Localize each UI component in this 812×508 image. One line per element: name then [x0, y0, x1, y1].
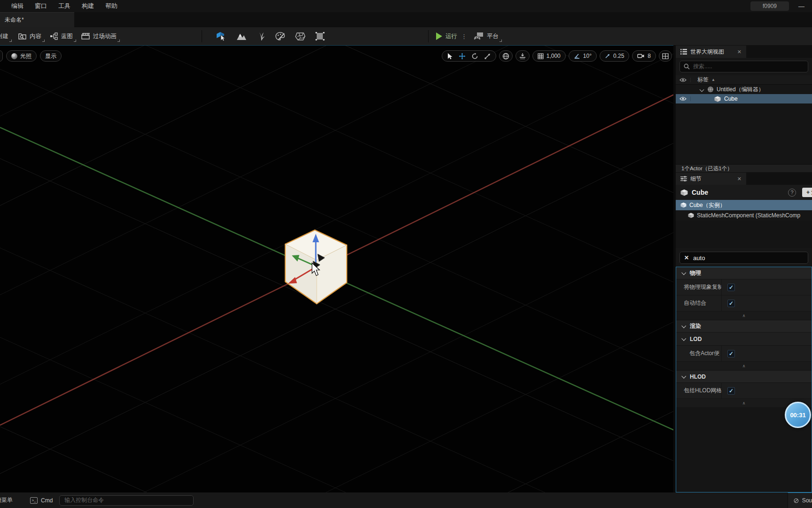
level-viewport[interactable]: 光照 显示 — [0, 45, 676, 492]
viewport-options-pill[interactable] — [0, 50, 3, 62]
brush-edit-mode-icon[interactable] — [315, 32, 325, 41]
chevron-down-icon — [681, 324, 686, 328]
camera-icon — [637, 53, 645, 59]
fracture-mode-icon[interactable] — [295, 32, 305, 41]
tab-details[interactable]: 细节 ✕ — [676, 173, 746, 185]
details-cube-icon — [680, 189, 688, 196]
recording-timer-text: 00:31 — [790, 412, 805, 419]
minimize-button[interactable]: — — [796, 3, 807, 10]
outliner-status-bar: 1个Actor（已选1个） — [676, 164, 812, 172]
collapse-arrow-icon: ∧ — [742, 401, 746, 405]
camera-speed-pill[interactable]: 8 — [632, 50, 656, 62]
outliner-search-input[interactable]: 搜索..... — [679, 61, 808, 72]
blueprints-button[interactable]: 蓝图 — [46, 27, 77, 45]
console-input[interactable]: 输入控制台命令 — [59, 495, 194, 506]
physics-collapse-strip[interactable]: ∧ — [676, 311, 812, 320]
scale-snap-value: 0.25 — [613, 53, 624, 59]
blueprint-label: 蓝图 — [61, 32, 73, 40]
play-icon[interactable] — [436, 32, 442, 40]
source-control-label: Sou — [802, 497, 812, 504]
drawer-label: 滑菜单 — [0, 496, 13, 504]
cinematics-label: 过场动画 — [93, 32, 117, 40]
outliner-row-world[interactable]: Untitled（编辑器） — [676, 85, 812, 94]
scale-tool-icon[interactable] — [484, 53, 491, 60]
menu-edit[interactable]: 编辑 — [6, 0, 29, 12]
camera-speed-value: 8 — [648, 53, 651, 59]
cube-visibility-eye-icon[interactable] — [676, 96, 691, 101]
asset-tab-bar: 未命名* — [0, 12, 812, 27]
tab-untitled-level[interactable]: 未命名* — [0, 12, 74, 27]
move-tool-icon[interactable] — [459, 53, 466, 60]
menu-tools[interactable]: 工具 — [53, 0, 76, 12]
show-button[interactable]: 显示 — [40, 50, 62, 62]
cinematics-button[interactable]: 过场动画 — [77, 27, 121, 45]
lit-mode-button[interactable]: 光照 — [6, 50, 37, 62]
content-drawer-toggle[interactable]: 滑菜单 — [0, 496, 20, 504]
select-tool-icon[interactable] — [447, 53, 453, 60]
platforms-button[interactable]: 平台 — [487, 27, 503, 45]
outliner-empty-area[interactable] — [676, 103, 812, 164]
grid-snap-icon — [538, 53, 544, 59]
details-sliders-icon — [680, 176, 687, 182]
replicate-physics-checkbox[interactable]: ✓ — [727, 284, 735, 291]
foliage-mode-icon[interactable] — [257, 32, 266, 41]
expand-chevron-icon[interactable] — [700, 87, 704, 92]
lit-sphere-icon — [11, 53, 17, 59]
scale-snap-icon — [605, 53, 610, 59]
play-label[interactable]: 运行 — [445, 32, 457, 40]
source-control-button[interactable]: Sou — [788, 492, 812, 508]
details-row-staticmesh-component[interactable]: StaticMeshComponent (StaticMeshComp — [676, 210, 812, 221]
add-component-button[interactable]: + 添加 — [802, 188, 812, 197]
section-rendering[interactable]: 渲染 — [676, 320, 812, 333]
rotate-tool-icon[interactable] — [471, 53, 478, 60]
lod-section-label: LOD — [690, 336, 702, 342]
section-hlod[interactable]: HLOD — [676, 371, 812, 383]
physics-section-label: 物理 — [690, 269, 701, 277]
create-button[interactable]: 创建 — [0, 27, 13, 45]
clear-search-icon[interactable]: ✕ — [684, 254, 689, 261]
section-lod[interactable]: LOD — [676, 333, 812, 346]
no-source-control-icon — [794, 497, 799, 504]
details-search-input[interactable]: ✕ auto — [679, 252, 808, 264]
surface-snap-toggle[interactable] — [515, 50, 530, 62]
details-row-cube-instance[interactable]: Cube（实例） — [676, 200, 812, 210]
mesh-paint-mode-icon[interactable] — [275, 32, 286, 41]
lod-collapse-strip[interactable]: ∧ — [676, 362, 812, 371]
play-options-kebab[interactable]: ⋮ — [461, 33, 467, 40]
property-row-include-hlod-mesh: 包括HLOD网格 ✓ — [676, 383, 812, 399]
menu-window[interactable]: 窗口 — [29, 0, 53, 12]
menu-bar: 编辑 窗口 工具 构建 帮助 f0909 — — [0, 0, 812, 12]
outliner-column-header[interactable]: 标签 ▲ — [676, 75, 812, 85]
help-icon[interactable]: ? — [788, 189, 796, 197]
include-actor-checkbox[interactable]: ✓ — [727, 350, 735, 357]
console-placeholder: 输入控制台命令 — [64, 496, 104, 504]
maximize-viewport-button[interactable] — [659, 50, 672, 62]
tab-world-outliner[interactable]: 世界大纲视图 ✕ — [676, 46, 746, 58]
landscape-mode-icon[interactable] — [236, 32, 247, 41]
select-mode-icon[interactable] — [215, 31, 226, 41]
angle-snap-pill[interactable]: 10° — [569, 50, 597, 62]
content-drawer-button[interactable]: 内容 — [14, 27, 46, 45]
cube-instance-label: Cube（实例） — [689, 201, 726, 209]
collapse-arrow-icon: ∧ — [742, 364, 746, 368]
tab-label: 未命名* — [5, 16, 24, 24]
details-close-icon[interactable]: ✕ — [737, 176, 742, 182]
outliner-search-placeholder: 搜索..... — [693, 63, 712, 71]
world-local-toggle[interactable] — [499, 50, 513, 62]
scale-snap-pill[interactable]: 0.25 — [600, 50, 629, 62]
menu-help[interactable]: 帮助 — [100, 0, 123, 12]
outliner-close-icon[interactable]: ✕ — [737, 49, 742, 55]
create-label: 创建 — [0, 32, 8, 40]
outliner-row-cube[interactable]: Cube — [676, 94, 812, 103]
details-tab-label: 细节 — [690, 175, 702, 183]
section-physics[interactable]: 物理 — [676, 267, 812, 279]
grid-snap-pill[interactable]: 1,000 — [532, 50, 566, 62]
transform-tools-pill — [442, 50, 496, 62]
viewport-scene — [0, 46, 676, 492]
outliner-tab-bar: 世界大纲视图 ✕ — [676, 45, 812, 58]
console-mode-button[interactable]: >_ Cmd — [30, 497, 53, 504]
label-column-header: 标签 — [691, 76, 709, 84]
auto-weld-checkbox[interactable]: ✓ — [727, 300, 735, 307]
include-hlod-checkbox[interactable]: ✓ — [727, 387, 735, 395]
menu-build[interactable]: 构建 — [76, 0, 100, 12]
